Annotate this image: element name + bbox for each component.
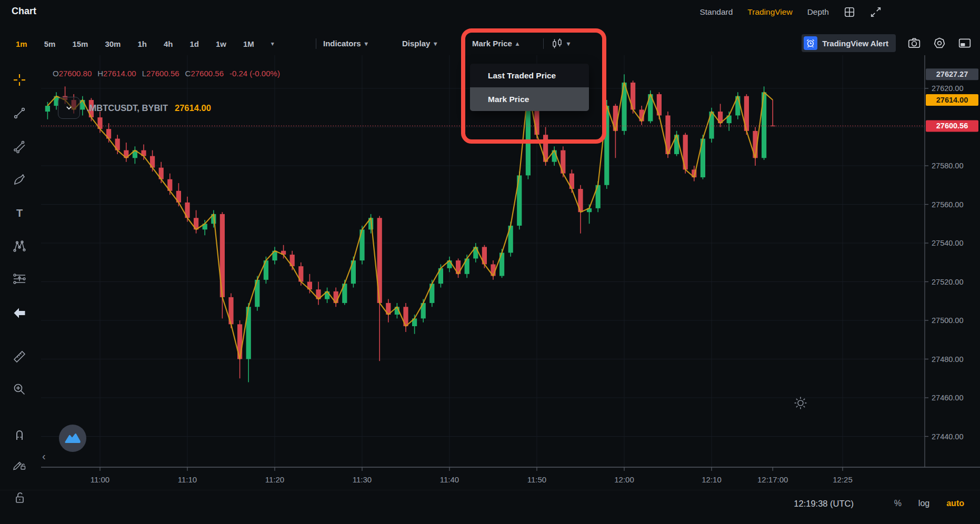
high-price-badge-label: 27627.27 (936, 70, 968, 78)
time-axis-label: 12:10 (702, 475, 722, 484)
tab-depth[interactable]: Depth (807, 7, 829, 17)
mark-price-badge-label: 27614.00 (936, 96, 968, 104)
scale-controls: % log auto (894, 499, 964, 508)
ruler-tool-icon (12, 349, 27, 364)
magnet-tool-icon (12, 427, 27, 441)
page-title: Chart (12, 6, 36, 17)
zoom-in-tool[interactable] (0, 382, 39, 397)
alarm-clock-icon (804, 36, 817, 50)
toolbar-divider (543, 38, 544, 49)
xabcd-pattern-tool[interactable] (0, 239, 39, 254)
timeframe-30m[interactable]: 30m (105, 39, 121, 48)
log-scale-toggle[interactable]: log (918, 499, 929, 508)
drawing-lock-tool[interactable] (0, 456, 39, 471)
timeframe-1d[interactable]: 1d (189, 39, 199, 48)
grid-layout-icon[interactable] (844, 6, 855, 18)
chevron-down-icon: ▾ (434, 38, 437, 49)
menu-item-mark-price[interactable]: Mark Price (470, 87, 589, 111)
crosshair-tool-icon (12, 73, 27, 87)
candle-style-icon (552, 38, 563, 49)
chart-mode-tabs: StandardTradingViewDepth (699, 6, 882, 18)
tradingview-alert-button[interactable]: TradingView Alert (802, 34, 896, 52)
timeframe-4h[interactable]: 4h (164, 39, 173, 48)
crosshair-tool-active[interactable] (0, 73, 39, 87)
price-axis-label: 27620.00 (932, 84, 963, 93)
chevron-down-icon: ▾ (365, 38, 368, 49)
timeframe-15m[interactable]: 15m (72, 39, 88, 48)
price-axis-label: 27560.00 (932, 200, 963, 209)
symbol-row: .MBTCUSDT, BYBIT 27614.00 (58, 97, 211, 119)
camera-snapshot-icon[interactable] (907, 36, 921, 50)
arrow-tool-icon (12, 306, 27, 320)
time-axis-label: 12:00 (614, 475, 634, 484)
time-axis-label: 11:40 (440, 475, 459, 484)
chevron-down-icon[interactable]: ▾ (271, 40, 274, 47)
time-axis-label: 11:30 (353, 475, 372, 484)
trend-line-tool[interactable] (0, 106, 39, 120)
price-axis-label: 27580.00 (932, 162, 963, 170)
chevron-up-icon: ▴ (516, 38, 519, 49)
time-axis-label: 11:50 (527, 475, 546, 484)
menu-item-last-traded-price[interactable]: Last Traded Price (470, 64, 589, 87)
chevron-down-icon: ▾ (567, 38, 570, 49)
collapse-toolbar-handle[interactable]: ‹ (42, 450, 46, 462)
display-button[interactable]: Display ▾ (402, 38, 437, 49)
price-mode-button[interactable]: Mark Price ▴ (472, 38, 519, 49)
ohlc-item: L27600.56 (142, 69, 179, 78)
position-tool-icon (12, 271, 27, 286)
sun-icon[interactable] (795, 397, 807, 409)
position-tool[interactable] (0, 271, 39, 286)
ohlc-readout: O27600.80H27614.00L27600.56C27600.56-0.2… (53, 69, 280, 78)
ohlc-item: O27600.80 (53, 69, 92, 78)
price-axis-label: 27500.00 (932, 316, 963, 325)
svg-text:T: T (16, 207, 23, 219)
timeframe-5m[interactable]: 5m (44, 39, 56, 48)
price-mode-menu: Last Traded PriceMark Price (470, 64, 589, 111)
toolbar-divider (316, 38, 316, 49)
area-chart-icon (64, 429, 82, 447)
percent-scale-toggle[interactable]: % (894, 499, 902, 508)
timeframe-1h[interactable]: 1h (137, 39, 147, 48)
magnet-tool[interactable] (0, 427, 39, 441)
pitchfork-tool-icon (12, 139, 27, 154)
ohlc-item: H27614.00 (97, 69, 136, 78)
brush-tool[interactable] (0, 172, 39, 187)
trading-chart-page: 11:0011:1011:2011:3011:4011:5012:0012:10… (0, 0, 980, 524)
price-axis-label: 27460.00 (932, 394, 963, 402)
symbol-collapse-button[interactable] (58, 97, 80, 119)
trend-line-tool-icon (12, 106, 27, 120)
symbol-name: .MBTCUSDT, BYBIT (87, 103, 168, 113)
settings-gear-icon[interactable] (933, 36, 946, 50)
text-tool[interactable]: T (0, 206, 39, 220)
timezone-clock[interactable]: 12:19:38 (UTC) (794, 499, 854, 509)
time-axis-label: 11:00 (91, 475, 109, 484)
tab-tradingview[interactable]: TradingView (747, 7, 792, 17)
last-price-badge-label: 27600.56 (936, 122, 968, 130)
ohlc-item: C27600.56 (185, 69, 224, 78)
price-axis-label: 27480.00 (932, 355, 963, 364)
zoom-in-tool-icon (12, 382, 27, 397)
chart-widget-button[interactable] (59, 425, 86, 452)
tab-standard[interactable]: Standard (699, 7, 733, 17)
timeframe-1w[interactable]: 1w (216, 39, 226, 48)
time-axis-label: 12:25 (833, 475, 853, 484)
indicators-button[interactable]: Indicators ▾ (323, 38, 368, 49)
fullscreen-icon[interactable] (870, 6, 882, 18)
candle-style-button[interactable]: ▾ (552, 38, 570, 49)
price-axis-label: 27520.00 (932, 278, 963, 286)
time-axis-label: 11:10 (178, 475, 197, 484)
mark-price-line (47, 83, 773, 359)
price-axis-label: 27440.00 (932, 432, 963, 441)
pitchfork-tool[interactable] (0, 139, 39, 154)
brush-tool-icon (12, 172, 27, 187)
price-axis-label: 27540.00 (932, 239, 963, 247)
price-change: -0.24 (-0.00%) (229, 69, 280, 78)
toolbar-right-actions: TradingView Alert (802, 34, 972, 52)
timeframe-1M[interactable]: 1M (243, 39, 254, 48)
arrow-tool[interactable] (0, 306, 39, 320)
ruler-tool[interactable] (0, 349, 39, 364)
picture-in-picture-icon[interactable] (958, 36, 972, 50)
xabcd-pattern-tool-icon (12, 239, 27, 254)
timeframe-1m[interactable]: 1m (16, 39, 27, 48)
auto-scale-toggle[interactable]: auto (946, 499, 964, 508)
